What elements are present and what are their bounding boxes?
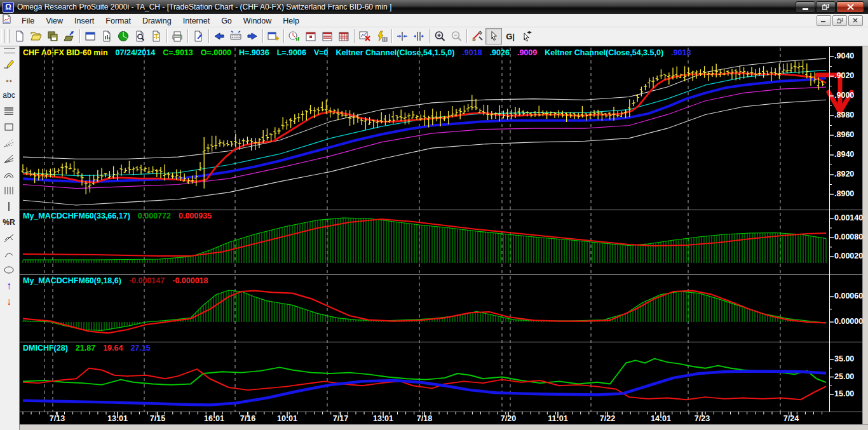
toolbar-grip[interactable] [4,48,15,53]
daily-interval-button[interactable] [302,28,319,44]
menu-insert[interactable]: Insert [69,15,100,27]
curve-off-tool[interactable] [0,230,18,246]
toolbar-grip[interactable] [1,29,4,43]
open-chart-button[interactable] [28,28,44,44]
restore-button[interactable] [816,1,836,13]
new-chart-button[interactable] [98,28,115,44]
interval-clock-button[interactable] [286,28,302,44]
zoom-page-button[interactable] [132,28,148,44]
child-minimize-button[interactable] [817,15,831,26]
rectangle-tool[interactable] [0,119,18,135]
window-title: Omega Research ProSuite 2000i - TA_CH - … [17,3,391,11]
parallel-lines-tool[interactable] [0,103,18,119]
child-close-button[interactable] [848,15,863,26]
new-window-button[interactable] [82,28,98,44]
expert-pointer-button[interactable] [519,28,535,44]
child-restore-button[interactable] [832,15,847,26]
menu-internet[interactable]: Internet [177,15,215,27]
insert-symbol-button[interactable] [265,28,281,44]
window-controls [795,1,864,13]
export-data-button[interactable] [61,28,78,44]
fib-arcs-tool[interactable] [0,166,18,182]
toolbar-separator [429,29,430,43]
symbol-lookup-button[interactable] [227,28,244,44]
child-window-controls [815,15,863,26]
next-symbol-button[interactable] [244,28,261,44]
toolbar-separator [354,29,355,43]
zoom-out-button[interactable] [448,28,465,44]
chart-document-icon [2,14,12,27]
menu-file[interactable]: File [16,15,40,27]
minimize-button[interactable] [796,1,815,13]
gann-fan-tool[interactable] [0,135,18,151]
speed-lines-tool[interactable] [0,151,18,166]
pointer-button[interactable] [485,28,502,44]
toolbar-separator [391,29,392,43]
ellipse-tool[interactable] [0,262,18,278]
balance-page-button[interactable] [148,28,165,44]
menu-go[interactable]: Go [215,15,238,27]
window-right-border [862,46,868,430]
vertical-line-tool[interactable] [0,198,18,214]
down-arrow-tool[interactable]: ↓ [0,293,18,309]
compress-spacing-button[interactable] [394,28,410,44]
power-editor-button[interactable] [373,28,390,44]
print-button[interactable] [169,28,186,44]
toolbar-separator [283,29,284,43]
main-toolbar: G| [0,27,868,46]
toolbar-separator [187,29,188,43]
app-logo-icon: Ω [3,2,14,13]
menu-format[interactable]: Format [100,15,137,27]
text-label-tool[interactable]: abc [0,87,18,103]
toolbar-separator [262,29,263,43]
curve-tool[interactable] [0,246,18,262]
menu-items: FileViewInsertFormatDrawingInternetGoWin… [16,15,305,26]
up-arrow-tool[interactable]: ↑ [0,278,18,293]
toolbar-separator [208,29,209,43]
menu-window[interactable]: Window [238,15,277,27]
percent-retracement-tool[interactable]: %R [0,214,18,230]
chart-plot[interactable] [19,46,862,424]
menu-drawing[interactable]: Drawing [137,15,177,27]
toolbar-grip[interactable] [7,29,10,43]
prev-symbol-button[interactable] [211,28,227,44]
toolbar-separator [79,29,80,43]
global-cursor-button[interactable]: G| [502,28,519,44]
drawing-tools-button[interactable] [469,28,485,44]
time-zones-tool[interactable] [0,182,18,198]
zoom-in-button[interactable] [431,28,448,44]
menu-bar: FileViewInsertFormatDrawingInternetGoWin… [0,14,868,27]
new-document-button[interactable] [11,28,28,44]
menu-help[interactable]: Help [277,15,305,27]
delete-study-button[interactable] [356,28,373,44]
drawing-toolbar: ↔abc%R↑↓ [0,46,20,430]
pie-report-button[interactable] [115,28,132,44]
save-all-button[interactable] [44,28,61,44]
window-bottom-border [19,424,868,430]
toolbar-separator [166,29,167,43]
title-bar: Ω Omega Research ProSuite 2000i - TA_CH … [0,0,868,14]
trendline-pencil-tool[interactable] [0,55,18,71]
monthly-interval-button[interactable] [336,28,352,44]
menu-view[interactable]: View [40,15,69,27]
weekly-interval-button[interactable] [319,28,336,44]
toolbar-separator [466,29,467,43]
format-properties-button[interactable] [190,28,207,44]
close-button[interactable] [836,1,864,13]
extend-width-tool[interactable]: ↔ [0,71,18,87]
expand-spacing-button[interactable] [410,28,427,44]
